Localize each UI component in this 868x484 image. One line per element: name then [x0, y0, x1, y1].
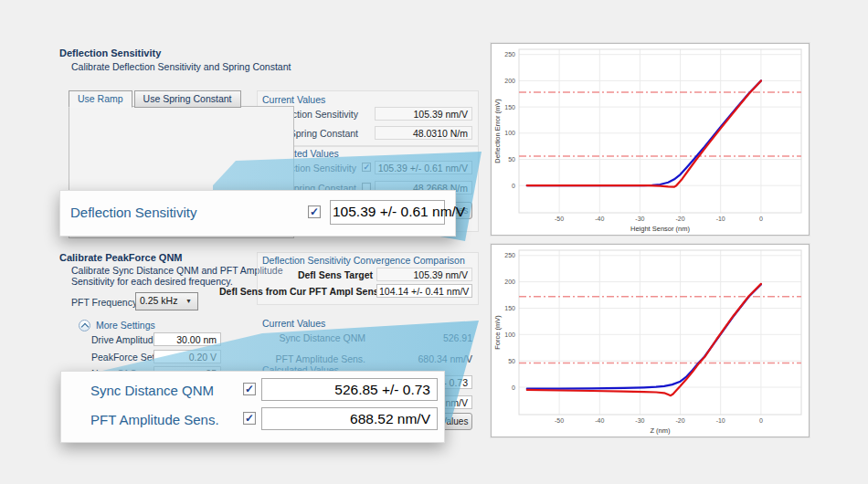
- callout-defl-sens-checkbox[interactable]: [308, 205, 321, 218]
- defl-sens-from-cur-value: 104.14 +/- 0.41 nm/V: [376, 284, 472, 298]
- deflection-panel-title: Deflection Sensitivity: [59, 47, 161, 58]
- svg-text:100: 100: [504, 130, 515, 136]
- callout-sync-distance-label: Sync Distance QNM: [90, 383, 214, 398]
- svg-text:250: 250: [504, 252, 515, 258]
- svg-text:-10: -10: [716, 216, 725, 222]
- svg-text:150: 150: [504, 104, 515, 110]
- svg-text:150: 150: [504, 305, 515, 311]
- pft-ampl-sens-value: 680.34 nm/V: [375, 353, 472, 364]
- deflection-error-chart-card: 050100150200250-50-40-30-20-100Height Se…: [491, 43, 810, 236]
- svg-text:0: 0: [759, 417, 763, 424]
- defl-sens-target-label: Defl Sens Target: [219, 269, 373, 280]
- pft-frequency-dropdown[interactable]: 0.25 kHz ▼: [135, 292, 198, 310]
- collapse-icon[interactable]: [79, 320, 90, 331]
- deflection-panel-subtitle: Calibrate Deflection Sensitivity and Spr…: [71, 61, 291, 72]
- defl-sens-target-value: 105.39 nm/V: [376, 268, 472, 281]
- defl-sens-from-cur-label: Defl Sens from Cur PFT Ampl Sens: [219, 286, 373, 297]
- svg-text:200: 200: [504, 279, 515, 285]
- svg-text:Force (mV): Force (mV): [493, 315, 502, 350]
- svg-text:0: 0: [512, 183, 515, 189]
- drive-amplitude-input[interactable]: 30.00 nm: [153, 332, 221, 346]
- pft-frequency-label: PFT Frequency:: [71, 297, 140, 308]
- svg-text:-30: -30: [635, 417, 644, 424]
- svg-text:Deflection Error (mV): Deflection Error (mV): [493, 99, 502, 163]
- current-spring-constant-value: 48.0310 N/m: [375, 126, 472, 140]
- svg-text:250: 250: [504, 51, 515, 58]
- qnm-more-settings-toggle[interactable]: More Settings: [96, 320, 155, 331]
- pft-ampl-sens-label: PFT Amplitude Sens.: [256, 353, 365, 364]
- svg-text:-20: -20: [676, 417, 685, 424]
- deflection-sensitivity-callout: Deflection Sensitivity 105.39 +/- 0.61 n…: [59, 190, 456, 237]
- force-chart-card: 050100150200250-50-40-30-20-100Z (nm)For…: [491, 244, 810, 437]
- peakforce-setpoint-input[interactable]: 0.20 V: [153, 350, 221, 363]
- callout-sync-distance-value: 526.85 +/- 0.73: [261, 378, 438, 401]
- current-values-header: Current Values: [262, 94, 325, 105]
- current-defl-sens-value: 105.39 nm/V: [375, 107, 472, 121]
- tab-use-spring-constant[interactable]: Use Spring Constant: [134, 90, 241, 108]
- svg-text:200: 200: [504, 78, 515, 84]
- svg-text:100: 100: [504, 331, 515, 338]
- sync-distance-label: Sync Distance QNM: [256, 332, 365, 343]
- callout-pft-ampl-label: PFT Amplitude Sens.: [90, 412, 219, 427]
- svg-text:-40: -40: [595, 417, 604, 424]
- svg-text:-20: -20: [676, 216, 685, 222]
- svg-text:50: 50: [508, 156, 515, 163]
- svg-text:-30: -30: [635, 216, 644, 222]
- drive-amplitude-label: Drive Amplitude:: [91, 334, 161, 345]
- svg-text:-50: -50: [555, 417, 564, 424]
- convergence-header: Deflection Sensitivity Convergence Compa…: [262, 255, 465, 266]
- tab-use-ramp[interactable]: Use Ramp: [69, 90, 132, 108]
- svg-text:-10: -10: [716, 417, 725, 424]
- callout-pft-ampl-checkbox[interactable]: [243, 412, 256, 425]
- sync-distance-value: 526.91: [375, 332, 472, 343]
- qnm-callout: Sync Distance QNM 526.85 +/- 0.73 PFT Am…: [60, 371, 445, 443]
- svg-text:50: 50: [508, 358, 515, 364]
- svg-text:-40: -40: [595, 216, 604, 222]
- callout-defl-sens-value: 105.39 +/- 0.61 nm/V: [330, 200, 445, 225]
- deflection-error-chart: 050100150200250-50-40-30-20-100Height Se…: [492, 44, 809, 235]
- svg-text:0: 0: [512, 384, 515, 391]
- calibration-screen: Deflection Sensitivity Calibrate Deflect…: [0, 0, 868, 484]
- qnm-panel-title: Calibrate PeakForce QNM: [59, 252, 183, 263]
- svg-text:Z (nm): Z (nm): [650, 426, 671, 435]
- callout-pft-ampl-value: 688.52 nm/V: [261, 407, 438, 430]
- pft-frequency-value: 0.25 kHz: [140, 295, 177, 306]
- callout-sync-distance-checkbox[interactable]: [243, 383, 256, 395]
- calc-defl-sens-value: 105.39 +/- 0.61 nm/V: [375, 161, 472, 174]
- svg-text:Height Sensor (nm): Height Sensor (nm): [630, 225, 691, 233]
- svg-text:0: 0: [759, 216, 763, 222]
- chevron-down-icon: ▼: [185, 298, 192, 304]
- qnm-current-values-header: Current Values: [262, 318, 325, 329]
- qnm-panel-subtitle-2: Sensitivity for each desired frequency.: [71, 276, 233, 287]
- ramp-tab-bar: Use RampUse Spring Constant: [69, 89, 243, 108]
- force-chart: 050100150200250-50-40-30-20-100Z (nm)For…: [492, 245, 809, 437]
- svg-text:-50: -50: [555, 216, 564, 222]
- callout-defl-sens-label: Deflection Sensitivity: [70, 205, 196, 220]
- calc-defl-sens-checkbox[interactable]: [362, 163, 371, 172]
